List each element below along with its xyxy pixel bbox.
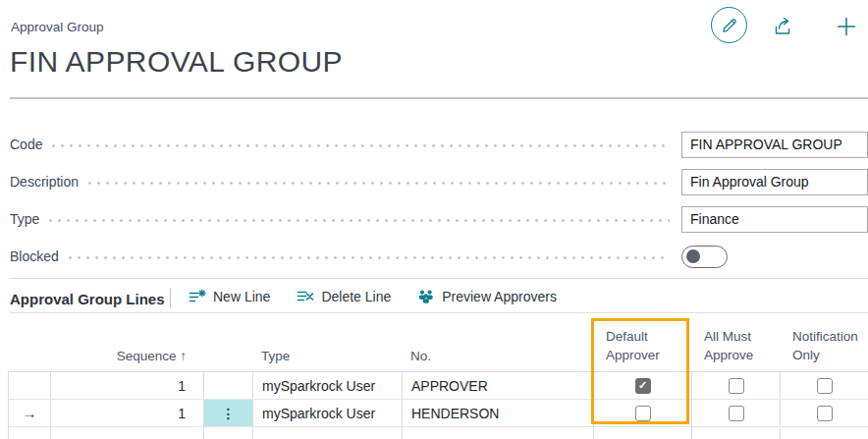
dotted-leader bbox=[88, 182, 670, 185]
row-marker-cell bbox=[9, 427, 51, 439]
code-field[interactable] bbox=[681, 132, 868, 158]
blocked-toggle[interactable] bbox=[681, 246, 728, 268]
plus-icon bbox=[836, 16, 857, 37]
preview-approvers-button[interactable]: Preview Approvers bbox=[417, 289, 557, 304]
column-header-no[interactable]: No. bbox=[403, 349, 594, 371]
default-approver-cell bbox=[594, 427, 692, 439]
toolbar-divider bbox=[170, 288, 171, 308]
default-approver-cell: ✓ bbox=[594, 372, 692, 399]
new-line-label: New Line bbox=[213, 289, 270, 304]
row-options-cell[interactable] bbox=[204, 372, 253, 399]
preview-approvers-icon bbox=[417, 289, 435, 304]
sort-ascending-icon: ↑ bbox=[180, 349, 187, 363]
lines-section-title: Approval Group Lines bbox=[10, 291, 165, 307]
notification-only-checkbox[interactable] bbox=[817, 406, 833, 421]
all-must-approve-cell bbox=[692, 400, 781, 426]
no-cell bbox=[403, 427, 594, 439]
type-cell bbox=[253, 427, 403, 439]
new-line-icon bbox=[189, 289, 206, 304]
notification-only-cell bbox=[781, 427, 868, 439]
lines-toolbar: New Line Delete Line bbox=[189, 284, 557, 309]
type-field[interactable] bbox=[681, 206, 868, 233]
type-label: Type bbox=[10, 211, 39, 227]
field-row-blocked: Blocked bbox=[10, 238, 868, 275]
row-options-cell[interactable]: ⋮ bbox=[204, 400, 253, 426]
column-header-options bbox=[204, 363, 253, 371]
header-divider bbox=[10, 97, 868, 99]
page-title: FIN APPROVAL GROUP bbox=[10, 45, 343, 79]
section-divider bbox=[10, 278, 868, 279]
delete-line-icon bbox=[297, 289, 314, 304]
share-button[interactable] bbox=[771, 15, 794, 38]
column-header-sequence[interactable]: Sequence ↑ bbox=[51, 349, 204, 371]
notification-only-cell bbox=[781, 372, 868, 399]
all-must-approve-cell bbox=[692, 372, 781, 399]
sequence-cell[interactable]: 1 bbox=[51, 400, 204, 426]
column-header-type[interactable]: Type bbox=[253, 349, 403, 371]
type-cell[interactable]: mySparkrock User bbox=[253, 400, 403, 426]
breadcrumb[interactable]: Approval Group bbox=[11, 20, 104, 34]
notification-only-cell bbox=[781, 400, 868, 426]
blocked-label: Blocked bbox=[10, 248, 59, 264]
default-approver-cell bbox=[594, 400, 692, 426]
ellipsis-icon: ⋮ bbox=[222, 406, 236, 421]
default-approver-checkbox[interactable] bbox=[635, 406, 651, 421]
toggle-knob bbox=[686, 249, 700, 263]
sequence-cell[interactable]: 1 bbox=[51, 372, 204, 399]
type-cell[interactable]: mySparkrock User bbox=[253, 372, 403, 399]
edit-button[interactable] bbox=[711, 7, 747, 43]
dotted-leader bbox=[52, 144, 670, 147]
code-label: Code bbox=[10, 137, 42, 152]
empty-table-row bbox=[9, 427, 868, 439]
share-icon bbox=[772, 16, 793, 37]
preview-approvers-label: Preview Approvers bbox=[442, 289, 557, 304]
all-must-approve-checkbox[interactable] bbox=[729, 378, 744, 394]
row-options-cell bbox=[204, 427, 253, 439]
table-row-selected: → 1 ⋮ mySparkrock User HENDERSON bbox=[9, 400, 868, 427]
column-header-row-marker bbox=[8, 363, 51, 371]
approval-group-page: Approval Group FIN APPROVAL GROUP bbox=[0, 0, 868, 439]
column-header-notification-only[interactable]: Notification Only bbox=[781, 328, 868, 371]
new-line-button[interactable]: New Line bbox=[189, 289, 270, 304]
delete-line-button[interactable]: Delete Line bbox=[297, 289, 391, 304]
lines-table-header: Sequence ↑ Type No. Default Approver All… bbox=[8, 314, 868, 371]
row-marker-cell[interactable]: → bbox=[9, 400, 51, 426]
selected-row-arrow-icon: → bbox=[23, 405, 37, 421]
field-row-code: Code bbox=[10, 126, 868, 163]
row-marker-cell[interactable] bbox=[9, 372, 51, 399]
all-must-approve-cell bbox=[692, 427, 781, 439]
table-row: 1 mySparkrock User APPROVER ✓ bbox=[9, 372, 868, 400]
lines-table-body: 1 mySparkrock User APPROVER ✓ → 1 ⋮ mySp… bbox=[8, 371, 868, 439]
column-header-all-must-approve[interactable]: All Must Approve bbox=[692, 328, 781, 371]
delete-line-label: Delete Line bbox=[321, 289, 391, 304]
no-cell[interactable]: HENDERSON bbox=[403, 400, 594, 426]
no-cell[interactable]: APPROVER bbox=[403, 372, 594, 399]
add-new-button[interactable] bbox=[835, 15, 858, 38]
sequence-cell bbox=[51, 427, 204, 439]
pencil-icon bbox=[721, 17, 738, 34]
field-row-type: Type bbox=[10, 200, 868, 238]
notification-only-checkbox[interactable] bbox=[817, 378, 833, 394]
sequence-header-label: Sequence bbox=[117, 349, 177, 363]
description-field[interactable] bbox=[681, 169, 868, 195]
table-top-divider bbox=[10, 312, 868, 313]
general-fields: Code Description Type Blocked bbox=[10, 126, 868, 275]
dotted-leader bbox=[49, 219, 670, 222]
column-header-default-approver[interactable]: Default Approver bbox=[594, 328, 692, 371]
description-label: Description bbox=[10, 174, 79, 190]
field-row-description: Description bbox=[10, 163, 868, 200]
all-must-approve-checkbox[interactable] bbox=[729, 406, 744, 421]
dotted-leader bbox=[69, 256, 670, 259]
default-approver-checkbox[interactable]: ✓ bbox=[635, 378, 651, 394]
